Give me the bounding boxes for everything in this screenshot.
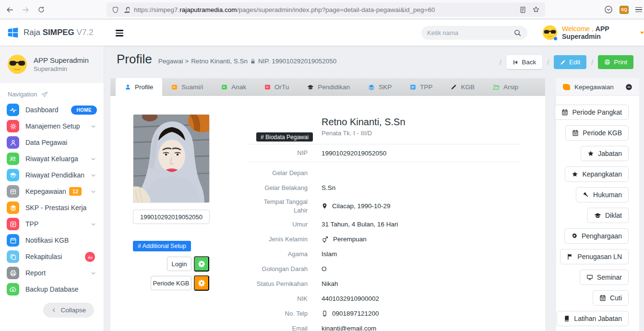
sidebar-item-tpp[interactable]: TPP (0, 216, 104, 232)
gear-icon (7, 120, 19, 132)
tab-ortu[interactable]: OrTu (255, 78, 298, 96)
chevron-down-icon (91, 156, 96, 162)
tab-pendidikan[interactable]: Pendidikan (298, 78, 359, 96)
extension-icon[interactable]: SQ (620, 6, 629, 14)
sidebar-user-name: APP Superadmin (34, 56, 89, 64)
tab-profile[interactable]: Profile (116, 78, 162, 96)
collapse-button[interactable]: Collapse (43, 303, 94, 318)
layers-icon (368, 84, 375, 91)
chevron-down-icon (91, 189, 96, 194)
forward-arrow-icon[interactable] (22, 6, 30, 14)
sidebar-item-skp-prestasi-kerja[interactable]: SKP - Prestasi Kerja (0, 200, 104, 216)
pulse-icon (7, 104, 19, 116)
edit-button[interactable]: Edit (554, 55, 586, 69)
periode-pangkat-button[interactable]: Periode Pangkat (555, 105, 629, 120)
periode-kgb-settings-button[interactable] (194, 275, 209, 291)
login-button[interactable]: Login (167, 257, 191, 271)
app-header: Raja SIMPEG V7.2 Welcome , APP Superadmi… (0, 20, 644, 46)
star-icon (572, 171, 578, 177)
penugasan-ln-button[interactable]: Penugasan LN (560, 249, 629, 264)
monitor-icon (586, 274, 593, 281)
field-row-no-telp: No. Telp 0901897121200 (249, 306, 520, 321)
sidebar-item-notifikasi-kgb[interactable]: Notifikasi KGB (0, 232, 104, 248)
sidebar-item-kepegawaian[interactable]: Kepegawaian 12 (0, 183, 104, 200)
sidebar-item-report[interactable]: Report (0, 265, 104, 281)
back-arrow-icon[interactable] (6, 6, 14, 14)
chevron-down-icon (91, 222, 96, 227)
collapse-minus-icon[interactable] (625, 83, 632, 91)
penghargaan-button[interactable]: Penghargaan (564, 228, 629, 244)
refresh-icon[interactable] (37, 6, 45, 13)
brand-logo[interactable]: Raja SIMPEG V7.2 (7, 20, 94, 46)
user-menu[interactable]: Welcome , APP Superadmin (542, 20, 644, 46)
field-row-tempat-tanggal-lahir: Tempat Tanggal Lahir Cilacap, 1990-10-29 (249, 195, 520, 217)
biodata-badge: # Biodata Pegawai (256, 132, 313, 142)
profile-card: Profile Suami/i Anak OrTu Pendidikan SKP (110, 78, 545, 331)
skip-back-icon (513, 59, 518, 65)
hukuman-button[interactable]: Hukuman (576, 187, 629, 202)
biodata-rows: NIP 199010292019052050 Gelar Depan Gelar… (249, 144, 520, 331)
periode-kgb-panel-button[interactable]: Periode KGB (565, 125, 629, 141)
sidebar-item-backup-database[interactable]: Backup Database (0, 281, 104, 297)
gavel-icon (583, 191, 589, 198)
bookmark-star-icon[interactable] (532, 6, 540, 13)
orange-box-icon (563, 84, 570, 90)
tracking-shield-icon[interactable] (112, 6, 119, 13)
sidebar-item-manajemen-setup[interactable]: Manajemen Setup (0, 118, 104, 134)
pencil-icon (451, 84, 457, 90)
name-search-box[interactable] (421, 26, 527, 40)
print-button[interactable]: Print (598, 55, 633, 69)
sidebar-item-riwayat-keluarga[interactable]: Riwayat Keluarga (0, 151, 104, 167)
search-input[interactable] (427, 29, 513, 36)
breadcrumb: Pegawai > Retno Kinanti, S.Sn NIP. 19901… (158, 58, 337, 65)
additional-setup-badge: # Additional Setup (133, 241, 191, 251)
count-badge: 12 (69, 187, 82, 196)
pocket-icon[interactable] (604, 5, 613, 14)
tab-anak[interactable]: Anak (212, 78, 255, 96)
cuti-button[interactable]: Cuti (593, 290, 629, 306)
brand-version: V7.2 (77, 28, 94, 37)
graduation-cap-icon (307, 84, 314, 91)
jabatan-button[interactable]: Jabatan (581, 146, 629, 161)
browser-nav-buttons (6, 0, 45, 19)
tab-skp[interactable]: SKP (359, 78, 401, 96)
calendar-icon (572, 130, 579, 136)
sidebar-item-dashboard[interactable]: Dashboard HOME (0, 102, 104, 118)
person-icon (125, 84, 131, 90)
brand-raja: Raja (24, 28, 40, 37)
chevron-down-icon (91, 173, 96, 178)
page-actions: / Back / Edit / Print (500, 55, 633, 69)
seminar-button[interactable]: Seminar (580, 270, 629, 285)
sidebar-item-data-pegawai[interactable]: Data Pegawai (0, 134, 104, 151)
sidebar-user-role: Superadmin (34, 65, 89, 72)
cloud-download-icon (7, 283, 19, 296)
separator: / (500, 59, 501, 66)
list-icon (410, 84, 416, 90)
calendar-icon (7, 234, 19, 247)
sidebar-toggle-icon[interactable] (116, 30, 123, 36)
reader-mode-icon[interactable] (519, 6, 526, 13)
sidebar-item-riwayat-pendidikan[interactable]: Riwayat Pendidikan (0, 167, 104, 183)
latihan-jabatan-button[interactable]: Latihan Jabatan (557, 311, 629, 326)
login-settings-button[interactable] (194, 256, 209, 272)
field-row-jenis-kelamin: Jenis Kelamin Perempuan (249, 232, 520, 247)
sidebar-item-rekapitulasi[interactable]: Rekapitulasi (0, 248, 104, 265)
calendar-icon (599, 295, 606, 301)
browser-menu-icon[interactable] (635, 7, 642, 12)
chart-badge (85, 252, 95, 262)
field-row-nip: NIP 199010292019052050 (249, 144, 520, 162)
home-badge: HOME (71, 106, 97, 115)
periode-kgb-button[interactable]: Periode KGB (151, 276, 191, 290)
kepegawaian-panel-body: Periode Pangkat Periode KGB Jabatan Kepa… (556, 96, 639, 326)
tab-kgb[interactable]: KGB (441, 78, 484, 96)
diklat-button[interactable]: Diklat (587, 208, 629, 223)
location-icon (322, 203, 328, 209)
tab-suami-i[interactable]: Suami/i (162, 78, 212, 96)
url-bar[interactable]: https://simpeg7.rajaputramedia.com/pages… (107, 2, 545, 17)
kepangkatan-button[interactable]: Kepangkatan (565, 166, 629, 182)
search-icon[interactable] (513, 29, 522, 37)
tab-arsip[interactable]: Arsip (484, 78, 527, 96)
tab-tpp[interactable]: TPP (401, 78, 441, 96)
employee-rank: Penata Tk. I - III/D (322, 130, 372, 137)
back-button[interactable]: Back (506, 55, 542, 69)
